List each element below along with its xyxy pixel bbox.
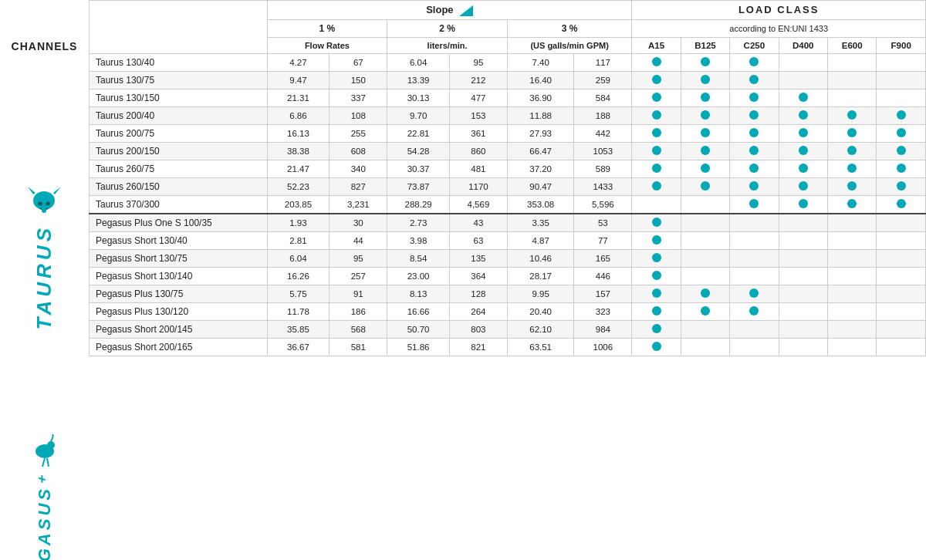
dot-cell [877,267,926,285]
dot-cell [632,249,681,267]
data-cell: 1053 [574,142,632,160]
dot-cell [730,89,779,106]
load-dot [701,146,710,155]
dot-cell [779,302,827,320]
channel-name-cell: Taurus 130/75 [90,71,268,89]
svg-point-9 [47,441,55,449]
channels-header-label: CHANNELS [12,40,78,52]
load-dot [749,57,759,66]
data-cell: 10.46 [507,249,573,267]
dot-cell [877,302,926,320]
load-dot [897,110,906,120]
dot-cell [877,53,926,71]
load-dot [652,110,661,120]
load-dot [652,253,661,262]
svg-point-4 [46,202,50,206]
load-class-label: LOAD CLASS [738,4,820,15]
load-dot [652,235,661,245]
dot-cell [632,89,681,106]
slope-triangle-icon [459,5,473,16]
table-row: Taurus 130/15021.3133730.1347736.90584 [90,89,926,106]
dot-cell [827,267,876,285]
left-panel: CHANNELS TAURUS [0,0,89,560]
load-dot [701,128,710,137]
data-cell: 108 [330,106,387,124]
data-cell: 4,569 [449,195,507,214]
data-cell: 20.40 [507,302,573,320]
dot-cell [730,53,779,71]
dot-cell [632,267,681,285]
dot-cell [827,71,876,89]
dot-cell [730,177,779,195]
dot-cell [632,160,681,177]
load-dot [701,110,710,120]
dot-cell [877,106,926,124]
channel-name-cell: Pegasus Plus One S 100/35 [90,214,268,232]
dot-cell [877,160,926,177]
data-cell: 584 [574,89,632,106]
dot-cell [779,267,827,285]
load-dot [749,93,759,102]
data-cell: 589 [574,160,632,177]
data-cell: 1170 [449,177,507,195]
dot-cell [681,71,729,89]
load-dot [897,181,906,191]
load-dot [749,181,759,191]
load-dot [701,164,710,173]
dot-cell [877,320,926,338]
dot-cell [779,249,827,267]
data-cell: 188 [574,106,632,124]
load-dot [652,181,661,191]
dot-cell [681,249,729,267]
dot-cell [779,177,827,195]
data-cell: 259 [574,71,632,89]
data-cell: 2.81 [267,231,330,249]
table-row: Pegasus Short 200/14535.8556850.7080362.… [90,320,926,338]
load-dot [897,164,906,173]
dot-cell [632,302,681,320]
dot-cell [779,106,827,124]
data-cell: 6.86 [267,106,330,124]
load-dot [799,181,808,191]
header-row-1: Slope LOAD CLASS [90,1,926,20]
dot-cell [779,89,827,106]
data-cell: 11.88 [507,106,573,124]
liters-header: liters/min. [387,37,508,53]
svg-point-3 [38,202,42,206]
data-cell: 36.67 [267,338,330,356]
channel-name-cell: Pegasus Short 200/165 [90,338,268,356]
load-dot [897,128,906,137]
data-cell: 30.13 [387,89,450,106]
dot-cell [730,160,779,177]
data-cell: 803 [449,320,507,338]
data-cell: 8.13 [387,285,450,302]
dot-cell [681,231,729,249]
data-cell: 36.90 [507,89,573,106]
load-dot [652,306,661,315]
load-dot [652,288,661,298]
dot-cell [779,160,827,177]
load-dot [652,324,661,333]
load-dot [799,199,808,208]
data-cell: 3.98 [387,231,450,249]
load-dot [847,199,857,208]
dot-cell [779,71,827,89]
data-cell: 446 [574,267,632,285]
table-row: Pegasus Short 130/402.81443.98634.8777 [90,231,926,249]
load-dot [799,93,808,102]
load-dot [652,75,661,84]
dot-cell [779,53,827,71]
dot-cell [681,124,729,142]
data-cell: 6.04 [387,53,450,71]
data-cell: 288.29 [387,195,450,214]
dot-cell [827,106,876,124]
taurus-logo-area: TAURUS [23,85,66,363]
data-cell: 28.17 [507,267,573,285]
data-cell: 44 [330,231,387,249]
dot-cell [827,231,876,249]
channel-name-cell: Taurus 200/75 [90,124,268,142]
dot-cell [681,267,729,285]
load-dot [652,218,661,227]
data-cell: 157 [574,285,632,302]
data-cell: 11.78 [267,302,330,320]
